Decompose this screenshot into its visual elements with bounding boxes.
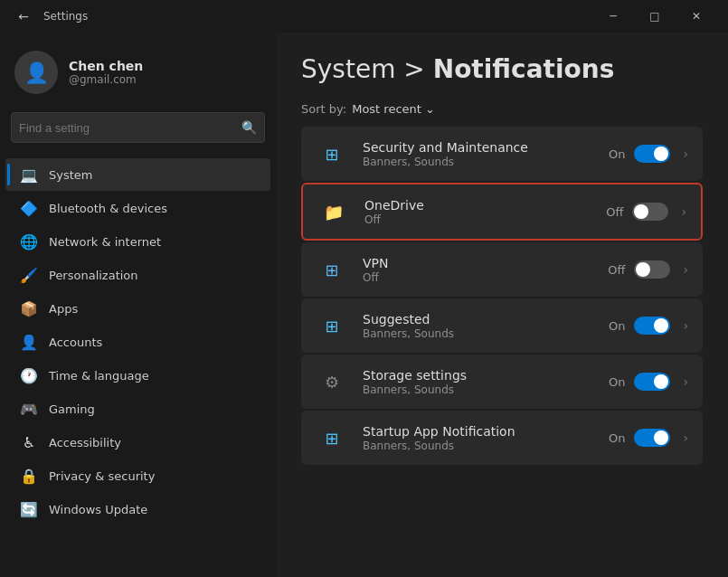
notif-sub-vpn: Off <box>363 271 593 284</box>
notif-name-onedrive: OneDrive <box>364 198 591 213</box>
notif-sub-storage: Banners, Sounds <box>363 383 594 396</box>
sidebar-item-system[interactable]: 💻 System <box>5 158 270 191</box>
notif-right-startup: On › <box>609 429 688 447</box>
nav-label-accounts: Accounts <box>49 336 102 349</box>
user-name: Chen chen <box>69 59 143 73</box>
notif-name-security: Security and Maintenance <box>363 140 594 155</box>
user-profile[interactable]: 👤 Chen chen @gmail.com <box>0 40 276 109</box>
notif-name-startup: Startup App Notification <box>363 424 594 439</box>
notif-info-storage: Storage settings Banners, Sounds <box>363 368 594 396</box>
notif-status-storage: On <box>609 375 625 389</box>
minimize-button[interactable]: ─ <box>592 0 634 33</box>
notif-icon-vpn: ⊞ <box>316 253 348 286</box>
notif-right-security: On › <box>609 145 688 163</box>
nav-label-time: Time & language <box>49 369 149 383</box>
nav-icon-personalization: 🖌️ <box>20 266 38 284</box>
minimize-icon: ─ <box>610 10 616 23</box>
sort-chevron-icon: ⌄ <box>425 102 435 116</box>
nav-icon-system: 💻 <box>20 166 38 184</box>
chevron-right-icon-suggested: › <box>683 318 688 333</box>
main-panel: System > Notifications Sort by: Most rec… <box>276 33 728 577</box>
avatar-icon: 👤 <box>24 61 49 84</box>
notif-toggle-storage[interactable] <box>634 373 670 391</box>
sidebar-item-update[interactable]: 🔄 Windows Update <box>5 493 270 525</box>
nav-label-gaming: Gaming <box>49 402 95 416</box>
sidebar-item-personalization[interactable]: 🖌️ Personalization <box>5 259 270 291</box>
back-icon: ← <box>18 9 29 24</box>
window-controls: ─ □ ✕ <box>592 0 717 33</box>
nav-label-system: System <box>49 168 92 182</box>
notif-info-vpn: VPN Off <box>363 256 593 284</box>
page-header: System > Notifications <box>301 54 703 84</box>
sidebar-item-bluetooth[interactable]: 🔷 Bluetooth & devices <box>5 192 270 224</box>
sidebar-item-time[interactable]: 🕐 Time & language <box>5 359 270 392</box>
maximize-button[interactable]: □ <box>634 0 676 33</box>
nav-label-privacy: Privacy & security <box>49 469 155 483</box>
close-button[interactable]: ✕ <box>676 0 717 33</box>
sidebar-item-accounts[interactable]: 👤 Accounts <box>5 326 270 358</box>
notif-status-startup: On <box>609 431 625 445</box>
notif-right-vpn: Off › <box>608 260 688 279</box>
titlebar: ← Settings ─ □ ✕ <box>0 0 728 33</box>
back-button[interactable]: ← <box>11 4 36 29</box>
notif-item-startup[interactable]: ⊞ Startup App Notification Banners, Soun… <box>301 411 703 465</box>
chevron-right-icon-startup: › <box>683 430 688 445</box>
notif-status-vpn: Off <box>608 263 625 277</box>
titlebar-title: Settings <box>43 10 592 23</box>
notif-name-vpn: VPN <box>363 256 593 270</box>
notif-right-onedrive: Off › <box>606 203 686 221</box>
sort-button[interactable]: Most recent ⌄ <box>352 102 435 116</box>
notif-info-security: Security and Maintenance Banners, Sounds <box>363 140 594 168</box>
nav-label-apps: Apps <box>49 302 78 316</box>
notif-status-onedrive: Off <box>606 205 623 219</box>
notif-item-security[interactable]: ⊞ Security and Maintenance Banners, Soun… <box>301 127 703 181</box>
notif-toggle-vpn[interactable] <box>634 260 670 279</box>
breadcrumb-parent: System <box>301 54 395 84</box>
user-info: Chen chen @gmail.com <box>69 59 143 86</box>
nav-label-network: Network & internet <box>49 235 161 249</box>
notif-sub-startup: Banners, Sounds <box>363 440 594 452</box>
notif-item-vpn[interactable]: ⊞ VPN Off Off › <box>301 242 703 297</box>
notif-sub-security: Banners, Sounds <box>363 156 594 168</box>
nav-icon-update: 🔄 <box>20 500 38 518</box>
user-email: @gmail.com <box>69 73 143 86</box>
notif-icon-suggested: ⊞ <box>316 309 348 342</box>
chevron-right-icon-vpn: › <box>683 262 688 277</box>
nav-icon-gaming: 🎮 <box>20 400 38 418</box>
sidebar: 👤 Chen chen @gmail.com 🔍 💻 System 🔷 Blue… <box>0 33 276 577</box>
nav-icon-bluetooth: 🔷 <box>20 199 38 217</box>
notif-right-storage: On › <box>609 373 688 391</box>
notif-icon-startup: ⊞ <box>316 421 348 454</box>
notif-status-suggested: On <box>609 319 625 333</box>
notif-item-suggested[interactable]: ⊞ Suggested Banners, Sounds On › <box>301 298 703 353</box>
nav-list: 💻 System 🔷 Bluetooth & devices 🌐 Network… <box>0 154 276 577</box>
sidebar-item-gaming[interactable]: 🎮 Gaming <box>5 393 270 425</box>
notif-toggle-suggested[interactable] <box>634 317 670 335</box>
sidebar-item-network[interactable]: 🌐 Network & internet <box>5 225 270 258</box>
notif-item-storage[interactable]: ⚙ Storage settings Banners, Sounds On › <box>301 355 703 409</box>
search-input[interactable] <box>19 121 241 135</box>
notif-icon-security: ⊞ <box>316 137 348 170</box>
sidebar-item-apps[interactable]: 📦 Apps <box>5 292 270 325</box>
nav-label-bluetooth: Bluetooth & devices <box>49 202 167 215</box>
close-icon: ✕ <box>692 10 701 23</box>
breadcrumb-current: Notifications <box>433 54 615 84</box>
sidebar-item-accessibility[interactable]: ♿ Accessibility <box>5 426 270 459</box>
notif-sub-onedrive: Off <box>364 213 591 226</box>
notif-toggle-startup[interactable] <box>634 429 670 447</box>
nav-icon-network: 🌐 <box>20 232 38 251</box>
breadcrumb: System > Notifications <box>301 54 614 84</box>
chevron-right-icon-onedrive: › <box>681 204 686 219</box>
nav-icon-time: 🕐 <box>20 366 38 384</box>
notif-icon-onedrive: 📁 <box>317 195 350 228</box>
notif-item-onedrive[interactable]: 📁 OneDrive Off Off › <box>301 183 703 241</box>
sidebar-item-privacy[interactable]: 🔒 Privacy & security <box>5 459 270 492</box>
chevron-right-icon-storage: › <box>683 374 688 389</box>
nav-icon-privacy: 🔒 <box>20 467 38 485</box>
search-icon: 🔍 <box>241 120 257 135</box>
search-box[interactable]: 🔍 <box>11 112 265 143</box>
notif-toggle-onedrive[interactable] <box>632 203 668 221</box>
chevron-right-icon-security: › <box>683 147 688 161</box>
settings-window: ← Settings ─ □ ✕ 👤 Chen chen @g <box>0 0 728 577</box>
notif-toggle-security[interactable] <box>634 145 670 163</box>
